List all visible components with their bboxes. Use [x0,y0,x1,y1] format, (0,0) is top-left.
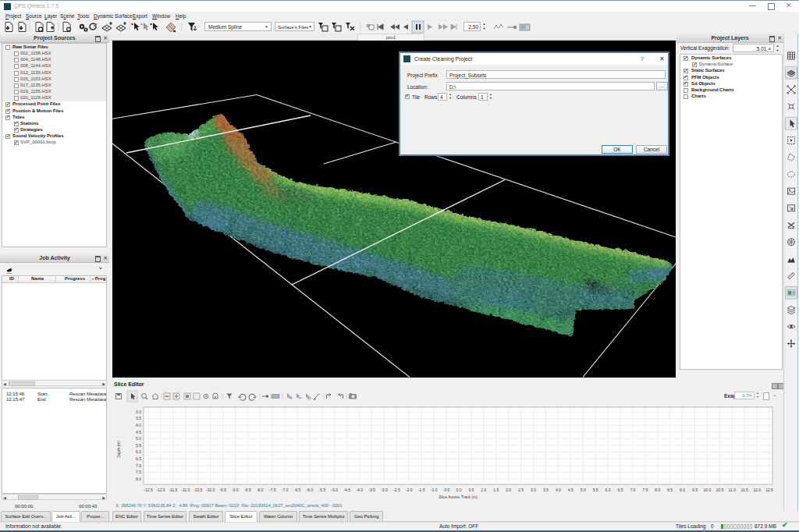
svg-text:3.0: 3.0 [136,410,141,414]
svg-text:-3.5: -3.5 [368,488,375,492]
svg-text:7.0: 7.0 [630,488,635,492]
svg-text:-11.5: -11.5 [169,488,177,492]
svg-text:10.0: 10.0 [704,488,712,492]
svg-text:5.0: 5.0 [136,436,141,441]
svg-text:-9.5: -9.5 [219,488,226,492]
svg-text:-5.5: -5.5 [319,488,326,492]
svg-text:6.0: 6.0 [605,488,611,492]
svg-text:2.5: 2.5 [518,488,524,492]
svg-text:-6.0: -6.0 [307,488,314,492]
svg-text:-1.5: -1.5 [418,488,425,492]
svg-text:4.5: 4.5 [136,430,141,434]
svg-text:7.0: 7.0 [136,463,141,468]
svg-text:0.0: 0.0 [456,488,462,492]
svg-text:6.0: 6.0 [136,449,141,454]
svg-text:-7.0: -7.0 [282,488,289,492]
svg-text:11.0: 11.0 [729,488,737,492]
svg-text:-7.5: -7.5 [269,488,276,492]
svg-text:8.5: 8.5 [667,488,673,492]
svg-text:4.0: 4.0 [136,423,141,427]
svg-text:5.0: 5.0 [581,488,586,492]
svg-text:-1.0: -1.0 [431,488,438,492]
svg-text:3.5: 3.5 [543,488,549,492]
svg-text:-8.0: -8.0 [257,488,264,492]
svg-text:-10.0: -10.0 [206,488,215,492]
svg-text:9.5: 9.5 [692,488,698,492]
svg-text:-6.5: -6.5 [294,488,301,492]
svg-text:-12.5: -12.5 [144,488,153,492]
svg-text:12.5: 12.5 [765,488,773,492]
svg-text:4.5: 4.5 [568,488,574,492]
svg-text:1.0: 1.0 [481,488,486,492]
svg-text:-4.5: -4.5 [343,488,350,492]
svg-text:-9.0: -9.0 [232,488,239,492]
svg-text:7.5: 7.5 [642,488,648,492]
svg-text:10.5: 10.5 [716,488,723,492]
svg-text:8.0: 8.0 [136,477,141,481]
svg-text:-2.5: -2.5 [393,488,400,492]
svg-text:3.5: 3.5 [136,416,141,420]
svg-text:Slice Across Track (m): Slice Across Track (m) [439,495,478,499]
svg-text:2.0: 2.0 [506,488,511,492]
svg-text:9.0: 9.0 [680,488,685,492]
svg-text:-3.0: -3.0 [381,488,388,492]
svg-text:4.0: 4.0 [556,488,561,492]
svg-text:-11.0: -11.0 [181,488,190,492]
svg-text:0.5: 0.5 [468,488,474,492]
svg-text:-4.0: -4.0 [356,488,363,492]
svg-text:-12.0: -12.0 [156,488,165,492]
svg-text:6.5: 6.5 [617,488,623,492]
svg-text:-5.0: -5.0 [331,488,338,492]
svg-text:3.0: 3.0 [531,488,536,492]
svg-text:5.5: 5.5 [593,488,598,492]
svg-text:-8.5: -8.5 [244,488,251,492]
svg-text:Depth (m): Depth (m) [116,441,121,459]
svg-text:5.5: 5.5 [136,443,141,448]
svg-text:11.5: 11.5 [740,488,748,492]
svg-text:8.0: 8.0 [655,488,660,492]
svg-text:12.0: 12.0 [753,488,761,492]
svg-text:6.5: 6.5 [136,456,141,461]
svg-text:7.5: 7.5 [136,470,141,474]
svg-text:1.5: 1.5 [493,488,499,492]
svg-text:-0.5: -0.5 [443,488,450,492]
svg-text:-2.0: -2.0 [406,488,413,492]
svg-text:-10.5: -10.5 [194,488,203,492]
